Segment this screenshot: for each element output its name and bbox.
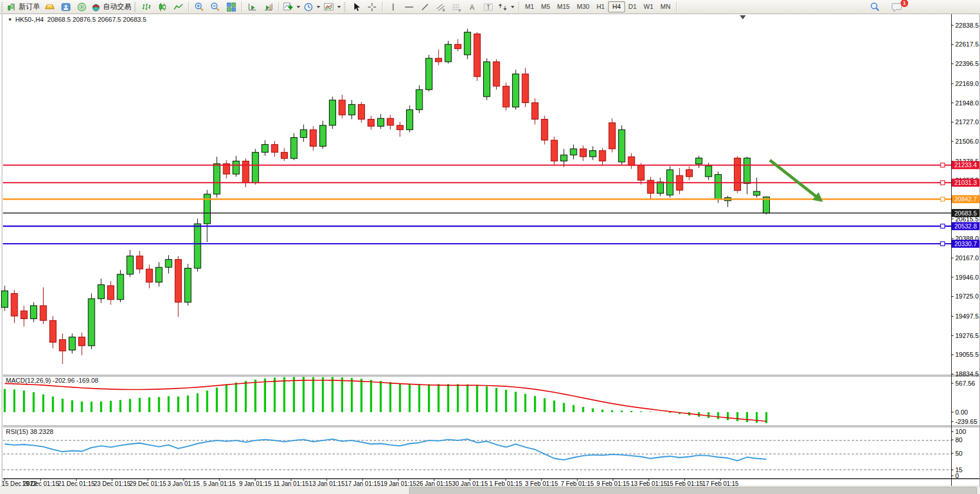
tile-windows-icon	[227, 2, 236, 12]
text-label-tool-button[interactable]: T	[480, 1, 496, 13]
equidistant-channel-tool-button[interactable]: E	[433, 1, 449, 13]
chart-shift-button[interactable]	[260, 1, 276, 13]
autotrade-button[interactable]: 自动交易	[89, 1, 133, 13]
vertical-line-icon	[389, 2, 397, 12]
add-indicator-icon	[283, 2, 293, 12]
toolbar-grip	[1, 2, 3, 12]
ohlc-bars-icon	[142, 2, 151, 12]
template-icon	[324, 2, 334, 12]
dropdown-caret-icon	[297, 6, 300, 8]
crosshair-tool-button[interactable]	[364, 1, 380, 13]
signals-button[interactable]	[74, 1, 89, 13]
timeframe-d1-button[interactable]: D1	[625, 2, 640, 12]
toolbar-separator	[676, 2, 677, 12]
vertical-line-tool-button[interactable]	[385, 1, 401, 13]
chart-template-button[interactable]	[322, 1, 343, 13]
notification-badge: 1	[900, 0, 909, 8]
line-chart-mode-button[interactable]	[170, 1, 186, 13]
clock-icon	[304, 2, 313, 12]
search-icon	[870, 2, 880, 12]
candlestick-mode-button[interactable]	[154, 1, 170, 13]
price-axis[interactable]	[952, 14, 980, 479]
line-chart-icon	[174, 2, 183, 12]
periodicity-button[interactable]	[302, 1, 322, 13]
tile-windows-button[interactable]	[223, 1, 239, 13]
search-button[interactable]	[867, 1, 883, 13]
auto-scroll-icon	[248, 2, 257, 12]
new-order-chart-icon	[7, 2, 16, 12]
zoom-in-icon	[194, 2, 204, 12]
toolbar-separator	[188, 2, 189, 12]
timeframe-h1-button[interactable]: H1	[593, 2, 608, 12]
fibonacci-icon: F	[451, 2, 462, 12]
add-indicator-button[interactable]	[281, 1, 302, 13]
channel-icon: E	[436, 2, 446, 12]
market-depth-button[interactable]	[42, 1, 58, 13]
horizontal-line-icon	[404, 2, 414, 12]
radar-broadcast-icon	[77, 2, 87, 12]
dropdown-caret-icon	[337, 6, 341, 8]
horizontal-scrollbar[interactable]	[0, 486, 980, 494]
toolbar-grip	[344, 2, 346, 12]
timeframe-mn-button[interactable]: MN	[657, 2, 674, 12]
svg-text:F: F	[459, 8, 461, 12]
bar-chart-mode-button[interactable]	[138, 1, 154, 13]
candlestick-icon	[158, 2, 167, 12]
community-person-icon	[61, 2, 71, 12]
autotrade-icon	[91, 2, 101, 12]
crosshair-icon	[367, 2, 377, 12]
svg-text:E: E	[443, 8, 445, 12]
cursor-arrow-icon	[351, 2, 361, 12]
macd-panel[interactable]	[3, 376, 951, 426]
arrows-tool-button[interactable]	[496, 1, 516, 13]
trendline-tool-button[interactable]	[417, 1, 433, 13]
autotrade-label: 自动交易	[103, 2, 131, 12]
horizontal-scrollbar-thumb[interactable]	[409, 487, 977, 494]
svg-text:T: T	[487, 4, 490, 11]
rsi-panel[interactable]	[3, 427, 951, 479]
timeframe-h4-button[interactable]: H4	[608, 1, 624, 12]
timeframe-m5-button[interactable]: M5	[537, 2, 553, 12]
timeframe-w1-button[interactable]: W1	[640, 2, 657, 12]
toolbar-separator	[382, 2, 383, 12]
auto-scroll-button[interactable]	[244, 1, 260, 13]
toolbar-grip	[134, 2, 136, 12]
new-order-button[interactable]: 新订单	[5, 1, 42, 13]
toolbar-separator	[519, 2, 519, 12]
svg-text:A: A	[470, 3, 474, 11]
toolbar-separator	[278, 2, 279, 12]
fibonacci-tool-button[interactable]: F	[449, 1, 464, 13]
timeframe-m1-button[interactable]: M1	[521, 2, 537, 12]
zoom-in-button[interactable]	[191, 1, 207, 13]
zoom-out-icon	[210, 2, 220, 12]
text-tool-button[interactable]: A	[464, 1, 480, 13]
main-toolbar: 新订单 自动交易	[0, 0, 980, 14]
chart-shift-icon	[264, 2, 273, 12]
zoom-out-button[interactable]	[207, 1, 223, 13]
trendline-icon	[420, 2, 430, 12]
gold-ingot-icon	[45, 2, 55, 11]
text-label-icon: T	[483, 2, 493, 12]
dropdown-caret-icon	[511, 6, 514, 8]
horizontal-line-tool-button[interactable]	[401, 1, 417, 13]
community-button[interactable]	[58, 1, 74, 13]
notifications-button[interactable]: 1	[889, 1, 905, 13]
timeframe-m15-button[interactable]: M15	[554, 2, 573, 12]
dropdown-caret-icon	[317, 6, 320, 8]
toolbar-separator	[241, 2, 242, 12]
arrows-shapes-icon	[498, 2, 507, 12]
text-a-icon: A	[468, 2, 477, 12]
new-order-label: 新订单	[19, 2, 40, 12]
cursor-tool-button[interactable]	[348, 1, 364, 13]
timeframe-m30-button[interactable]: M30	[573, 2, 593, 12]
main-price-panel[interactable]	[3, 14, 951, 375]
